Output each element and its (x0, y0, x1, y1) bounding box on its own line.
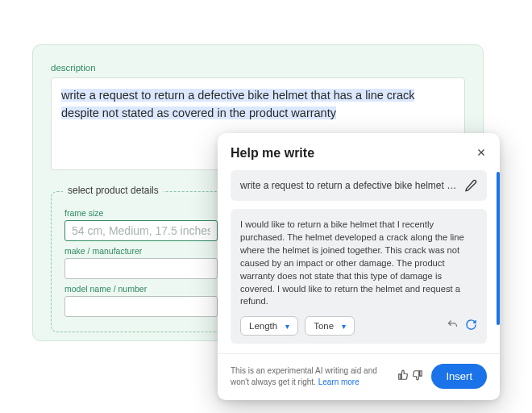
result-wrap: I would like to return a bike helmet tha… (231, 209, 487, 344)
model-input[interactable] (64, 296, 218, 317)
thumbs-up-icon[interactable] (397, 369, 409, 384)
thumbs-down-icon[interactable] (412, 369, 423, 384)
make-input[interactable] (64, 258, 218, 279)
feedback-thumbs (397, 369, 423, 384)
undo-icon[interactable] (447, 319, 459, 333)
result-controls: Length ▾ Tone ▾ (240, 316, 477, 336)
insert-button[interactable]: Insert (431, 364, 487, 389)
description-label: description (51, 63, 465, 73)
length-dropdown[interactable]: Length ▾ (240, 316, 298, 336)
tone-dropdown[interactable]: Tone ▾ (305, 316, 355, 336)
popover-footer: This is an experimental AI writing aid a… (218, 353, 500, 389)
product-details-legend: select product details (63, 185, 164, 196)
popover-header: Help me write (218, 146, 500, 170)
chevron-down-icon: ▾ (342, 322, 346, 331)
refresh-icon[interactable] (465, 319, 477, 333)
result-box: I would like to return a bike helmet tha… (231, 209, 487, 344)
generated-text: I would like to return a bike helmet tha… (240, 219, 477, 308)
description-highlighted-text: write a request to return a defective bi… (61, 89, 414, 119)
disclaimer-text: This is an experimental AI writing aid a… (231, 365, 389, 387)
help-me-write-popover: Help me write write a request to return … (218, 133, 500, 400)
length-label: Length (249, 321, 277, 331)
prompt-row[interactable]: write a request to return a defective bi… (231, 170, 487, 201)
chevron-down-icon: ▾ (285, 322, 289, 331)
close-icon[interactable] (476, 147, 487, 161)
popover-title: Help me write (231, 146, 314, 161)
learn-more-link[interactable]: Learn more (318, 378, 360, 386)
prompt-text: write a request to return a defective bi… (240, 180, 458, 191)
frame-size-input[interactable] (64, 220, 218, 241)
tone-label: Tone (314, 321, 334, 331)
edit-prompt-icon[interactable] (464, 179, 477, 192)
scrollbar-accent[interactable] (497, 172, 500, 325)
